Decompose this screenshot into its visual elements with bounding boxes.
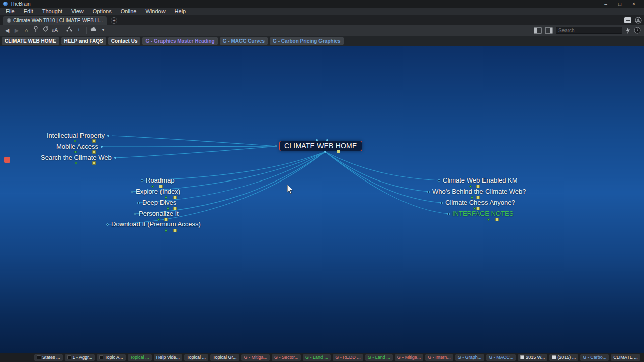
note-icon[interactable] [173, 196, 177, 199]
bottom-tab-topical-green[interactable]: Topical ... [128, 354, 152, 361]
thought-explore-index[interactable]: Explore (Index) [131, 188, 180, 196]
note-icon[interactable] [164, 218, 168, 221]
thought-label: Search the Climate Web [41, 154, 112, 162]
link-gate[interactable] [131, 191, 133, 193]
bottom-tab-states[interactable]: States ... [34, 354, 63, 361]
note-icon[interactable] [173, 229, 177, 232]
thought-label: Download It (Premium Access) [111, 220, 201, 228]
note-icon[interactable] [92, 161, 96, 165]
thought-whos-behind-the-climate-web[interactable]: Who's Behind the Climate Web? [427, 188, 526, 196]
link-gate[interactable] [427, 191, 430, 193]
mouse-cursor [287, 184, 294, 195]
thought-interface-notes[interactable]: INTERFACE NOTES [447, 210, 513, 218]
link-gate[interactable] [114, 157, 116, 159]
thought-label: Climate Web Enabled KM [443, 176, 518, 185]
thought-label: Deep Dives [142, 199, 176, 207]
thought-label: Who's Behind the Climate Web? [432, 188, 526, 196]
child-count-dot [469, 185, 472, 188]
thought-roadmap[interactable]: Roadmap [141, 176, 174, 185]
link-gate[interactable] [106, 223, 109, 226]
bottom-tab-2015-w[interactable]: 2015 W... [518, 354, 547, 361]
parent-gate[interactable] [275, 145, 277, 147]
note-icon[interactable] [495, 218, 499, 221]
thought-climate-web-enabled-km[interactable]: Climate Web Enabled KM [438, 176, 518, 185]
note-icon[interactable] [337, 150, 340, 153]
child-count-dot [165, 229, 167, 232]
thought-label: Explore (Index) [136, 188, 180, 196]
bottom-tab-g-land-2[interactable]: G - Land ... [365, 354, 393, 361]
note-icon[interactable] [92, 139, 96, 143]
note-icon[interactable] [173, 207, 177, 210]
child-count-dot [151, 185, 154, 188]
link-gate[interactable] [137, 202, 140, 204]
link-gate[interactable] [107, 135, 109, 137]
link-gate[interactable] [101, 146, 103, 148]
thought-label: Intellectual Property [47, 132, 105, 140]
top-gate-dot[interactable] [316, 139, 318, 141]
thought-label: Mobile Access [56, 143, 98, 151]
calendar-icon [520, 355, 524, 359]
child-count-dot [473, 207, 476, 210]
bottom-tab-g-sector[interactable]: G - Sector... [272, 354, 301, 361]
collapsed-panel-handle[interactable] [4, 157, 10, 163]
top-gate-dot[interactable] [326, 139, 328, 141]
thought-label: Roadmap [146, 176, 174, 185]
child-count-dot [165, 196, 167, 199]
thought-label: INTERFACE NOTES [452, 210, 513, 218]
bottom-tab-g-graph[interactable]: G - Graph... [455, 354, 485, 361]
child-count-dot [74, 140, 76, 142]
child-count-dot [157, 218, 160, 221]
thought-label: Personalize It [139, 210, 179, 218]
bottom-tab-g-macc[interactable]: G - MACC... [486, 354, 516, 361]
thought-climate-chess-anyone[interactable]: Climate Chess Anyone? [440, 199, 515, 207]
bottom-tab-g-redd[interactable]: G - REDD ... [333, 354, 363, 361]
child-gate-dot[interactable] [324, 151, 326, 153]
bottom-tab-g-mitiga-1[interactable]: G - Mitiga... [242, 354, 270, 361]
mind-map-layer: Intellectual Property Mobile Access Sear… [0, 0, 644, 362]
bottom-tab-climate[interactable]: CLIMATE ... [611, 354, 640, 361]
book-icon [552, 355, 556, 359]
bottom-thought-bar: States ... 1 - Aggr... Topic A... Topica… [0, 353, 644, 362]
child-count-dot [75, 162, 77, 164]
bottom-tab-g-intern[interactable]: G - Intern... [425, 354, 453, 361]
active-thought-box[interactable]: CLIMATE WEB HOME [279, 141, 362, 151]
bottom-tab-topic-a[interactable]: Topic A... [97, 354, 126, 361]
child-count-dot [487, 218, 490, 221]
link-gate[interactable] [438, 179, 440, 182]
bottom-tab-2015-paren[interactable]: (2015) ... [549, 354, 578, 361]
note-icon[interactable] [92, 150, 96, 154]
thought-personalize-it[interactable]: Personalize It [134, 210, 179, 218]
note-icon[interactable] [476, 207, 480, 210]
note-icon[interactable] [476, 185, 480, 188]
link-gate[interactable] [440, 202, 443, 204]
tag-icon [67, 355, 71, 359]
bottom-tab-g-mitiga-2[interactable]: G - Mitiga... [395, 354, 424, 361]
thought-search-the-climate-web[interactable]: Search the Climate Web [41, 154, 116, 162]
thought-mobile-access[interactable]: Mobile Access [56, 143, 103, 151]
thought-climate-web-home-active[interactable]: CLIMATE WEB HOME [275, 141, 362, 151]
thought-deep-dives[interactable]: Deep Dives [137, 199, 176, 207]
link-gate[interactable] [447, 213, 450, 215]
thought-label: Climate Chess Anyone? [445, 199, 515, 207]
bottom-tab-g-carbo[interactable]: G - Carbo... [580, 354, 609, 361]
thought-intellectual-property[interactable]: Intellectual Property [47, 132, 109, 140]
bottom-tab-help-video[interactable]: Help Vide... [154, 354, 182, 361]
note-icon[interactable] [159, 185, 163, 188]
tag-icon [99, 355, 103, 359]
link-gate[interactable] [141, 179, 143, 182]
note-icon[interactable] [476, 196, 480, 199]
child-count-dot [74, 151, 77, 153]
link-curves [0, 0, 644, 362]
child-count-dot [167, 207, 169, 210]
thought-download-it-premium-access[interactable]: Download It (Premium Access) [106, 220, 201, 228]
bottom-tab-topical-2[interactable]: Topical ... [184, 354, 208, 361]
tag-icon [37, 355, 41, 359]
bottom-tab-topical-gr[interactable]: Topical Gr... [210, 354, 239, 361]
child-count-dot [471, 196, 473, 199]
bottom-tab-1-aggr[interactable]: 1 - Aggr... [65, 354, 95, 361]
bottom-tab-g-land-1[interactable]: G - Land ... [303, 354, 331, 361]
link-gate[interactable] [134, 213, 136, 215]
